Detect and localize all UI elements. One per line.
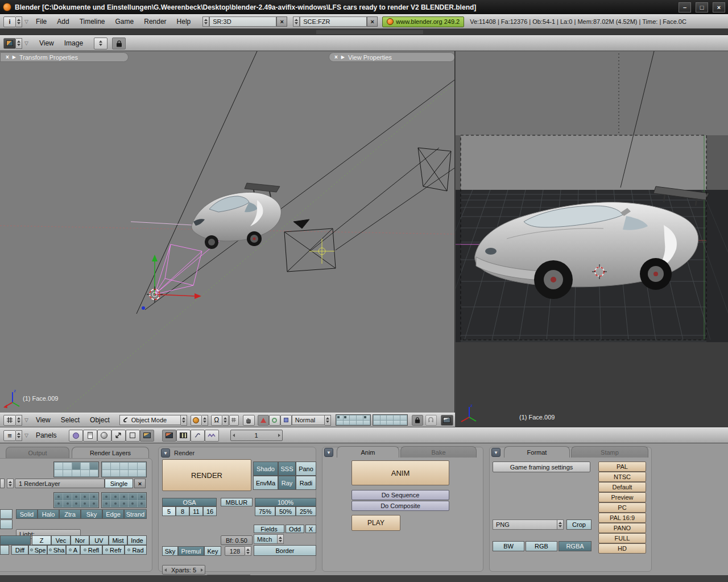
image-editor-type-widget[interactable] — [3, 38, 22, 49]
toggle-edge[interactable]: Edge — [102, 509, 124, 519]
layer-cell[interactable] — [138, 501, 146, 508]
layer-cell[interactable] — [63, 493, 71, 500]
buttons-type-stepper[interactable] — [16, 430, 22, 441]
layer-cell[interactable] — [72, 470, 80, 477]
window-type-widget[interactable]: i — [3, 16, 22, 27]
maximize-button[interactable]: □ — [696, 2, 708, 13]
translate-manipulator-icon[interactable] — [258, 415, 269, 426]
fields-x-toggle[interactable]: X — [305, 525, 316, 533]
size-50-toggle[interactable]: 50% — [275, 506, 296, 516]
panel-close-icon[interactable]: × — [6, 54, 9, 60]
layer-cell[interactable] — [350, 421, 356, 425]
bw-toggle[interactable]: BW — [493, 541, 524, 551]
render-preview-icon[interactable] — [441, 415, 453, 426]
tab-anim[interactable]: Anim — [337, 446, 399, 458]
panel-collapse-icon[interactable]: ▼ — [161, 448, 170, 458]
layer-cell[interactable] — [102, 463, 110, 469]
layer-cell[interactable] — [81, 493, 89, 500]
scene-name-field[interactable]: SCE:FZR — [300, 16, 367, 27]
size-75-toggle[interactable]: 75% — [255, 506, 275, 516]
play-button[interactable]: PLAY — [351, 515, 400, 531]
layer-cell[interactable] — [72, 501, 80, 508]
pass-z[interactable]: Z — [32, 535, 51, 545]
toggle-ray[interactable]: Ray — [278, 476, 296, 490]
octree-stepper[interactable] — [245, 546, 251, 556]
fields-toggle[interactable]: Fields — [254, 525, 284, 533]
proportional-edit-icon[interactable] — [229, 415, 239, 426]
layer-cell[interactable] — [90, 470, 98, 477]
mode-stepper[interactable] — [181, 415, 187, 426]
preset-default[interactable]: Default — [598, 482, 646, 492]
pivot-stepper[interactable] — [222, 415, 229, 426]
blender-org-button[interactable]: www.blender.org 249.2 — [382, 16, 464, 27]
panels-menu[interactable]: Panels — [31, 431, 62, 439]
renderlayer-stepper[interactable] — [7, 479, 14, 488]
mblur-toggle[interactable]: MBLUR — [221, 498, 253, 506]
layer-cell[interactable] — [129, 501, 136, 508]
layer-cell[interactable] — [350, 415, 356, 420]
header-collapse-icon[interactable]: ▽ — [22, 19, 31, 24]
render-buttons-icon[interactable] — [162, 430, 176, 442]
pass-diff[interactable]: Diff — [11, 545, 28, 555]
layer-cell[interactable] — [138, 463, 146, 469]
image-browse-widget[interactable] — [94, 38, 107, 49]
alpha-key-toggle[interactable]: Key — [204, 546, 221, 556]
view3d-stepper[interactable] — [16, 415, 22, 426]
filetype-selector[interactable]: PNG — [493, 519, 564, 530]
layer-cell[interactable] — [344, 421, 350, 425]
osa-5[interactable]: 5 — [162, 506, 176, 516]
preset-preview[interactable]: Preview — [598, 492, 646, 502]
layer-cell[interactable] — [374, 415, 380, 420]
layer-cell[interactable] — [81, 501, 89, 508]
view3d-icon[interactable] — [3, 415, 16, 426]
sound-buttons-icon[interactable] — [191, 430, 205, 442]
single-toggle[interactable]: Single — [105, 479, 133, 488]
layer-cell[interactable] — [374, 421, 380, 425]
layer-cell[interactable] — [138, 493, 146, 500]
image-editor-stepper[interactable] — [16, 38, 22, 49]
scene-context-icon[interactable] — [140, 430, 154, 442]
layer-cell[interactable] — [129, 463, 136, 469]
layer-cell[interactable] — [357, 421, 363, 425]
transform-properties-tab[interactable]: × ▶ Transform Properties — [0, 52, 129, 62]
mode-selector[interactable]: Object Mode — [119, 415, 187, 426]
pass-ao[interactable]: A — [66, 545, 80, 555]
menu-game[interactable]: Game — [110, 18, 139, 26]
window-type-stepper[interactable] — [16, 16, 22, 27]
layer-cell[interactable] — [72, 493, 80, 500]
tab-stamp[interactable]: Stamp — [571, 446, 648, 458]
osa-11[interactable]: 11 — [189, 506, 203, 516]
layer-cell[interactable] — [55, 470, 63, 477]
info-window-icon[interactable]: i — [3, 16, 16, 27]
toggle-pano[interactable]: Pano — [296, 462, 316, 476]
game-framing-button[interactable]: Game framing settings — [493, 462, 590, 472]
lock-icon[interactable] — [412, 415, 423, 426]
do-sequence-toggle[interactable]: Do Sequence — [351, 490, 449, 500]
crop-toggle[interactable]: Crop — [566, 519, 592, 530]
xparts-field[interactable]: Xparts: 5 — [162, 565, 205, 575]
frame-number-field[interactable]: 1 — [230, 430, 283, 441]
menu-help[interactable]: Help — [172, 18, 196, 26]
rgba-toggle[interactable]: RGBA — [559, 541, 592, 551]
layer-cell[interactable] — [387, 421, 393, 425]
layer-cell[interactable] — [363, 421, 370, 425]
anim-button[interactable]: ANIM — [351, 460, 449, 485]
layer-cell[interactable] — [102, 501, 110, 508]
border-toggle[interactable]: Border — [254, 545, 316, 556]
menu-view[interactable]: View — [31, 416, 56, 424]
layer-cell[interactable] — [344, 415, 350, 420]
toggle-ztra[interactable]: Ztra — [59, 509, 81, 519]
rotation-pivot-icon[interactable]: Ω — [211, 415, 222, 426]
layer-cell[interactable] — [111, 470, 119, 477]
layer-cell[interactable] — [337, 415, 343, 420]
script-context-icon[interactable] — [83, 430, 97, 442]
panel-expand-icon[interactable]: ▶ — [341, 55, 345, 60]
toggle-strand[interactable]: Strand — [124, 509, 147, 519]
layer-cell[interactable] — [90, 463, 98, 469]
clipped-button[interactable] — [0, 535, 31, 545]
layer-cell[interactable] — [81, 470, 89, 477]
view3d-type-widget[interactable] — [3, 415, 22, 426]
preset-hd[interactable]: HD — [598, 543, 646, 554]
screen-name-field[interactable]: SR:3D — [209, 16, 276, 27]
menu-timeline[interactable]: Timeline — [75, 18, 110, 26]
